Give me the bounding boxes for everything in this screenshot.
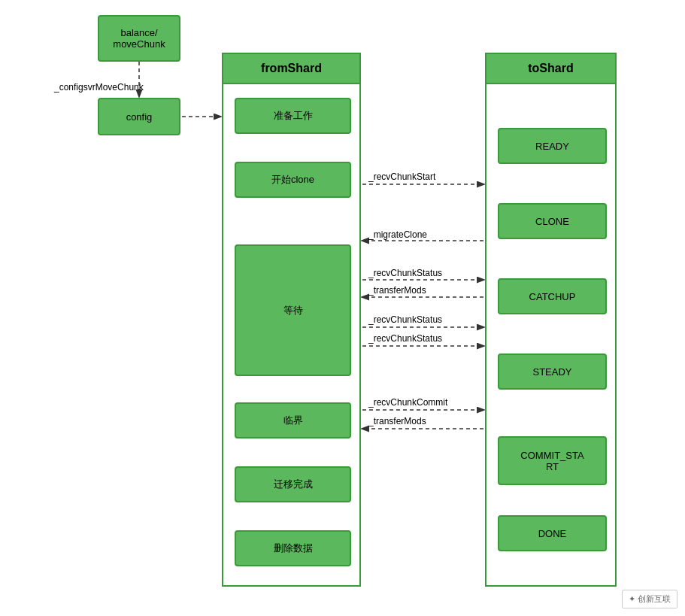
to-step-steady: STEADY bbox=[498, 354, 607, 390]
msg-recv-chunk-status-2: _recvChunkStatus bbox=[368, 314, 442, 325]
from-shard-header: fromShard bbox=[223, 54, 359, 84]
msg-transfer-mods-2: _transferMods bbox=[368, 416, 426, 426]
from-step-clone-start: 开始clone bbox=[235, 162, 351, 198]
to-shard-column: toShard READY CLONE CATCHUP STEADY COMMI… bbox=[485, 53, 617, 587]
watermark-box: ✦ 创新互联 bbox=[622, 590, 677, 608]
msg-migrate-clone: _migrateClone bbox=[368, 229, 427, 240]
msg-recv-chunk-status-3: _recvChunkStatus bbox=[368, 333, 442, 344]
msg-recv-chunk-start: _recvChunkStart bbox=[368, 171, 435, 182]
to-step-done: DONE bbox=[498, 515, 607, 551]
to-step-commit-start: COMMIT_START bbox=[498, 436, 607, 485]
msg-recv-chunk-status-1: _recvChunkStatus bbox=[368, 268, 442, 278]
balance-movechunk-box: balance/moveChunk bbox=[98, 15, 180, 62]
from-step-prepare: 准备工作 bbox=[235, 98, 351, 134]
msg-transfer-mods-1: _transferMods bbox=[368, 285, 426, 296]
to-shard-header: toShard bbox=[486, 54, 615, 84]
watermark: ✦ 创新互联 bbox=[622, 590, 677, 608]
config-box: config bbox=[98, 98, 180, 135]
diagram-container: balance/moveChunk _configsvrMoveChunk co… bbox=[0, 0, 685, 616]
from-step-delete: 删除数据 bbox=[235, 530, 351, 566]
from-step-wait: 等待 bbox=[235, 244, 351, 376]
from-shard-column: fromShard 准备工作 开始clone 等待 临界 迁移完成 删除数据 bbox=[222, 53, 361, 587]
to-step-catchup: CATCHUP bbox=[498, 278, 607, 314]
configsvr-label: _configsvrMoveChunk bbox=[54, 82, 144, 93]
to-step-ready: READY bbox=[498, 128, 607, 164]
from-step-critical: 临界 bbox=[235, 402, 351, 438]
to-step-clone: CLONE bbox=[498, 203, 607, 239]
msg-recv-chunk-commit: _recvChunkCommit bbox=[368, 397, 447, 408]
from-step-migrate-done: 迁移完成 bbox=[235, 466, 351, 502]
